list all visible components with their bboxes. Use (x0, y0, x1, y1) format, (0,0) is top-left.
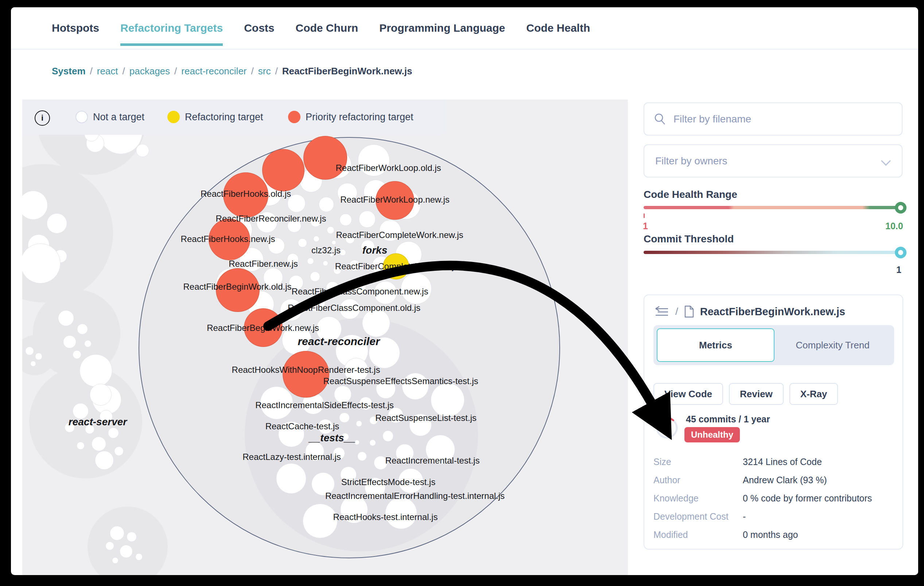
breadcrumb-item[interactable]: react (97, 66, 118, 77)
file-detail-panel: / ReactFiberBeginWork.new.js MetricsComp… (644, 295, 903, 550)
tab-complexity-trend[interactable]: Complexity Trend (774, 328, 891, 362)
package-label: react-server (69, 416, 127, 428)
background-file-circle (84, 340, 92, 347)
breadcrumb-separator: / (174, 66, 177, 77)
review-button[interactable]: Review (729, 383, 784, 405)
detail-row-label: Knowledge (653, 493, 743, 504)
tab-hotspots[interactable]: Hotspots (52, 22, 99, 34)
file-label: ReactFiberClassComponent.new.js (292, 286, 429, 297)
breadcrumb-item[interactable]: react-reconciler (181, 66, 246, 77)
background-file-circle (35, 353, 42, 360)
file-circle[interactable] (323, 260, 328, 266)
commit-threshold-label: Commit Threshold (644, 233, 734, 245)
legend-label: Priority refactoring target (305, 112, 414, 123)
bubble-layer: ReactFiberWorkLoop.old.jsReactFiberHooks… (22, 99, 628, 575)
file-label: ReactFiberHooks.new.js (181, 234, 275, 244)
breadcrumb-item[interactable]: System (52, 66, 86, 77)
background-file-circle (136, 144, 149, 157)
file-circle[interactable] (340, 214, 352, 226)
background-file-circle (73, 350, 81, 359)
detail-row-label: Modified (653, 530, 743, 540)
status-badge: Unhealthy (685, 427, 740, 443)
legend-dot-icon (167, 111, 180, 123)
commit-threshold-track[interactable] (644, 251, 901, 254)
tab-programming-language[interactable]: Programming Language (379, 22, 505, 34)
commit-threshold-handle[interactable] (895, 247, 906, 258)
file-circle[interactable] (319, 197, 334, 212)
file-circle[interactable] (303, 504, 338, 538)
detail-row-value: 3214 Lines of Code (743, 457, 822, 467)
file-circle[interactable] (310, 272, 320, 282)
tab-code-health[interactable]: Code Health (526, 22, 590, 34)
code-health-range-handle[interactable] (895, 202, 906, 214)
tab-refactoring-targets[interactable]: Refactoring Targets (120, 22, 223, 34)
tab-costs[interactable]: Costs (244, 22, 274, 34)
file-label: clz32.js (312, 245, 341, 255)
file-label: StrictEffectsMode-test.js (341, 477, 436, 487)
priority-target-circle[interactable] (262, 149, 304, 191)
detail-rows: Size3214 Lines of CodeAuthorAndrew Clark… (653, 453, 894, 544)
file-label: ReactFiberCompleteWork.old.js (335, 261, 458, 272)
breadcrumb-item[interactable]: packages (129, 66, 170, 77)
detail-row: Knowledge0 % code by former contributors (653, 489, 894, 507)
back-to-list-icon[interactable] (653, 306, 670, 317)
tab-metrics[interactable]: Metrics (657, 328, 774, 362)
priority-target-circle[interactable] (304, 136, 347, 179)
breadcrumb-separator: / (251, 66, 254, 77)
owners-filter[interactable]: Filter by owners (644, 144, 903, 178)
action-buttons: View CodeReviewX-Ray (653, 383, 838, 405)
chevron-down-icon (881, 156, 891, 166)
file-circle[interactable] (383, 430, 394, 442)
file-circle[interactable] (356, 421, 362, 426)
file-circle[interactable] (357, 451, 367, 461)
background-file-circle (77, 442, 84, 450)
package-label: forks (363, 245, 387, 256)
file-circle[interactable] (362, 309, 390, 337)
file-circle[interactable] (298, 238, 307, 247)
file-label: ReactFiberBeginWork.new.js (207, 323, 319, 333)
detail-row: AuthorAndrew Clark (93 %) (653, 471, 894, 489)
file-label: ReactSuspenseList-test.js (375, 413, 476, 423)
file-circle[interactable] (431, 383, 465, 417)
owners-filter-placeholder: Filter by owners (655, 155, 883, 167)
legend-label: Refactoring target (185, 112, 263, 123)
background-file-circle (63, 335, 76, 348)
x-ray-button[interactable]: X-Ray (789, 383, 838, 405)
commit-threshold-value: 1 (896, 265, 901, 275)
background-file-circle (77, 324, 88, 334)
detail-row-value: 0 % code by former contributors (743, 493, 872, 504)
file-circle[interactable] (276, 463, 307, 494)
file-circle[interactable] (313, 236, 319, 242)
file-circle[interactable] (327, 226, 334, 234)
detail-row: Size3214 Lines of Code (653, 453, 894, 471)
file-label: ReactSuspenseEffectsSemantics-test.js (323, 376, 478, 386)
bubble-visualization: ReactFiberWorkLoop.old.jsReactFiberHooks… (22, 99, 628, 575)
background-file-circle (108, 428, 119, 438)
file-label: ReactFiberBeginWork.old.js (183, 282, 291, 292)
file-label: ReactIncremental-test.js (385, 456, 480, 466)
tab-code-churn[interactable]: Code Churn (296, 22, 358, 34)
filename-filter-input[interactable] (673, 113, 902, 125)
file-circle[interactable] (359, 211, 376, 228)
detail-row-value: - (743, 511, 746, 522)
detail-row-value: 0 months ago (743, 530, 798, 540)
app-window: HotspotsRefactoring TargetsCostsCode Chu… (11, 7, 918, 575)
metrics-tab-group: MetricsComplexity Trend (653, 325, 894, 365)
background-file-circle (114, 446, 124, 456)
background-file-circle (106, 542, 114, 550)
top-navigation: HotspotsRefactoring TargetsCostsCode Chu… (11, 7, 918, 49)
package-label: react-reconciler (297, 335, 380, 348)
code-health-range-track[interactable] (644, 206, 901, 209)
file-circle[interactable] (339, 413, 349, 423)
file-label: ReactHooksWithNoopRenderer-test.js (232, 365, 380, 375)
file-label: ReactFiberWorkLoop.old.js (335, 163, 441, 173)
view-code-button[interactable]: View Code (653, 383, 723, 405)
code-health-min-value: 1 (643, 221, 648, 231)
legend-bar: i Not a targetRefactoring targetPriority… (22, 99, 447, 135)
breadcrumb-item[interactable]: src (258, 66, 271, 77)
file-label: ReactFiber.new.js (229, 259, 297, 269)
detail-row-label: Size (653, 457, 743, 467)
legend-dot-icon (288, 111, 300, 123)
background-file-circle (47, 213, 67, 234)
breadcrumb-separator: / (90, 66, 92, 77)
